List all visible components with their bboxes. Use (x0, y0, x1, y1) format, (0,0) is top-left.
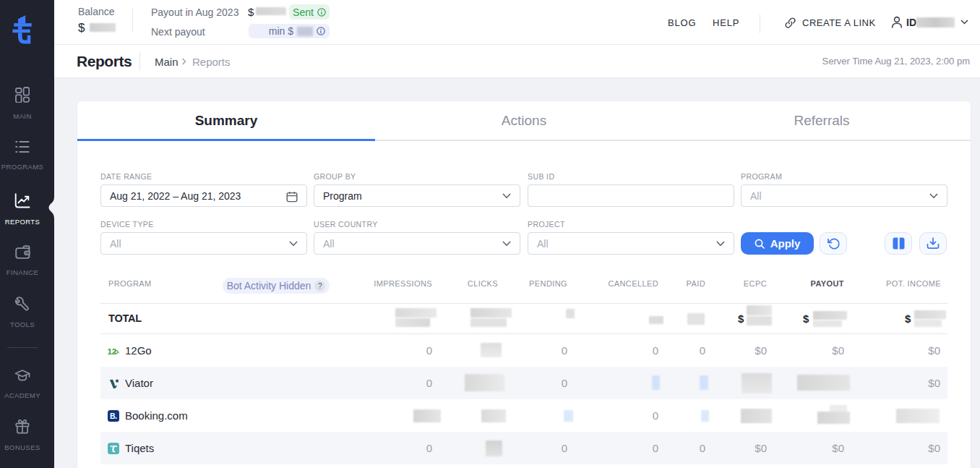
svg-text:Go: Go (114, 348, 119, 354)
svg-text:B: B (110, 412, 116, 420)
